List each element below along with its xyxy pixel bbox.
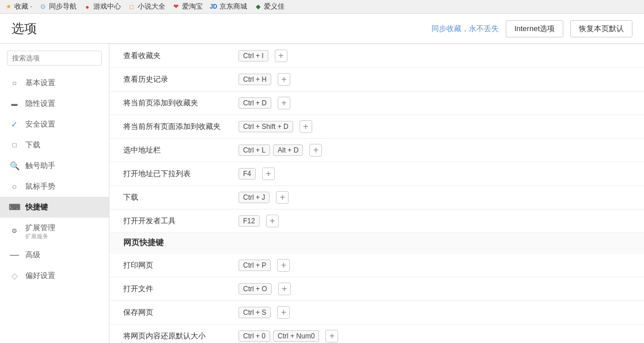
sidebar-item-label: 偏好设置 xyxy=(25,270,55,281)
sidebar-item-shortcuts[interactable]: ⌨ 快捷键 xyxy=(0,197,109,218)
shortcut-row-add-all-bookmarks: 将当前所有页面添加到收藏夹 Ctrl + Shift + D + xyxy=(109,115,644,139)
key-f4: F4 xyxy=(238,168,256,180)
shortcut-row-dropdown: 打开地址已下拉列表 F4 + xyxy=(109,162,644,186)
shortcut-keys: Ctrl + P + xyxy=(238,259,630,272)
shortcut-keys: Ctrl + D + xyxy=(238,97,630,109)
jd-icon: JD xyxy=(210,3,218,11)
shortcut-row-print: 打印网页 Ctrl + P + xyxy=(109,254,644,277)
key-ctrl-p: Ctrl + P xyxy=(238,260,271,271)
shortcut-name: 选中地址栏 xyxy=(123,145,238,155)
sidebar-item-label: 快捷键 xyxy=(25,202,48,212)
shortcut-name: 打开开发者工具 xyxy=(123,216,238,226)
shortcut-keys: Ctrl + I + xyxy=(238,49,630,62)
keyboard-icon: ⌨ xyxy=(9,202,20,212)
sidebar-item-basic[interactable]: ○ 基本设置 xyxy=(0,73,109,93)
shortcut-keys: Ctrl + H + xyxy=(238,73,630,86)
shortcut-row-history: 查看历史记录 Ctrl + H + xyxy=(109,68,644,92)
sidebar-item-preferences[interactable]: ◇ 偏好设置 xyxy=(0,265,109,286)
key-ctrl-o: Ctrl + O xyxy=(238,283,272,295)
add-shortcut-button[interactable]: + xyxy=(325,330,338,342)
bookmark-item-jd[interactable]: JD 京东商城 xyxy=(210,2,247,12)
sidebar-item-label: 下载 xyxy=(25,140,40,150)
bookmark-label: 收藏 · xyxy=(14,2,32,12)
sync-link[interactable]: 同步收藏，永不丢失 xyxy=(431,24,499,34)
header-right: 同步收藏，永不丢失 Internet选项 恢复本页默认 xyxy=(431,20,632,37)
page-title: 选项 xyxy=(12,20,37,37)
add-shortcut-button[interactable]: + xyxy=(277,306,290,319)
shortcut-keys: Ctrl + S + xyxy=(238,306,630,319)
sidebar-item-display[interactable]: ▬ 隐性设置 xyxy=(0,93,109,114)
bookmark-item-ayjia[interactable]: ◆ 爱义佳 xyxy=(254,2,285,12)
key-ctrl-l: Ctrl + L xyxy=(238,144,270,156)
search-icon: 🔍 xyxy=(9,161,20,171)
sidebar-item-extensions[interactable]: ⚙ 扩展管理 扩展服务 xyxy=(0,218,109,245)
ayjia-icon: ◆ xyxy=(254,3,262,11)
sidebar-item-security[interactable]: ✓ 安全设置 xyxy=(0,114,109,135)
bookmark-item-gamecenter[interactable]: ● 游戏中心 xyxy=(84,2,121,12)
key-ctrl-0: Ctrl + 0 xyxy=(238,330,270,342)
add-shortcut-button[interactable]: + xyxy=(278,73,290,86)
bookmark-label: 爱义佳 xyxy=(264,2,285,12)
shortcut-name: 打开文件 xyxy=(123,284,238,294)
diamond-icon: ◇ xyxy=(9,270,20,281)
key-ctrl-s: Ctrl + S xyxy=(238,307,271,318)
sidebar-item-advanced[interactable]: — 高级 xyxy=(0,245,109,265)
add-shortcut-button[interactable]: + xyxy=(277,259,290,272)
bookmark-label: 小说大全 xyxy=(138,2,165,12)
shortcut-name: 下载 xyxy=(123,192,238,203)
bookmark-item-taobao[interactable]: ❤ 爱淘宝 xyxy=(172,2,203,12)
bookmark-bar: ★ 收藏 · ⊙ 同步导航 ● 游戏中心 □ 小说大全 ❤ 爱淘宝 JD 京东商… xyxy=(0,0,644,14)
mouse-icon: ○ xyxy=(9,181,20,192)
key-ctrl-d: Ctrl + D xyxy=(238,97,271,109)
sidebar-item-label: 鼠标手势 xyxy=(25,181,55,192)
bookmark-item-syncnav[interactable]: ⊙ 同步导航 xyxy=(39,2,77,12)
add-shortcut-button[interactable]: + xyxy=(266,215,279,227)
key-ctrl-shift-d: Ctrl + Shift + D xyxy=(238,121,293,132)
add-shortcut-button[interactable]: + xyxy=(262,167,275,180)
sidebar-item-download[interactable]: □ 下载 xyxy=(0,135,109,155)
bookmark-label: 京东商城 xyxy=(219,2,247,12)
add-shortcut-button[interactable]: + xyxy=(275,49,287,62)
star-icon: ★ xyxy=(5,3,13,11)
add-shortcut-button[interactable]: + xyxy=(278,97,290,109)
extension-icon: ⚙ xyxy=(9,226,20,237)
search-input[interactable] xyxy=(7,51,102,66)
shortcut-keys: F12 + xyxy=(238,215,630,227)
key-ctrl-num0: Ctrl + Num0 xyxy=(273,330,319,342)
shortcut-row-devtools: 打开开发者工具 F12 + xyxy=(109,209,644,233)
shortcut-keys: Ctrl + L Alt + D + xyxy=(238,144,630,157)
key-ctrl: Ctrl + I xyxy=(238,50,268,62)
key-alt-d: Alt + D xyxy=(273,144,303,156)
internet-options-button[interactable]: Internet选项 xyxy=(506,20,563,37)
sidebar-item-account[interactable]: 🔍 触号助手 xyxy=(0,155,109,176)
shortcut-name: 打印网页 xyxy=(123,260,238,270)
novel-icon: □ xyxy=(128,3,136,11)
shortcut-keys: F4 + xyxy=(238,167,630,180)
sidebar-item-label: 高级 xyxy=(25,250,40,260)
taobao-icon: ❤ xyxy=(172,3,180,11)
sidebar-item-mouse[interactable]: ○ 鼠标手势 xyxy=(0,176,109,197)
key-ctrl-h: Ctrl + H xyxy=(238,74,271,85)
add-shortcut-button[interactable]: + xyxy=(309,144,322,157)
bookmark-item-favorites[interactable]: ★ 收藏 · xyxy=(5,2,32,12)
shortcut-keys: Ctrl + Shift + D + xyxy=(238,120,630,133)
restore-defaults-button[interactable]: 恢复本页默认 xyxy=(570,20,632,37)
add-shortcut-button[interactable]: + xyxy=(300,120,312,133)
shortcut-row-add-bookmark: 将当前页添加到收藏夹 Ctrl + D + xyxy=(109,92,644,115)
shortcut-row-save: 保存网页 Ctrl + S + xyxy=(109,301,644,325)
sidebar-item-label: 基本设置 xyxy=(25,78,55,88)
shortcut-row-reset-zoom: 将网页内容还原默认大小 Ctrl + 0 Ctrl + Num0 + xyxy=(109,325,644,343)
shortcut-name: 将当前所有页面添加到收藏夹 xyxy=(123,121,238,132)
shortcut-row-bookmarks: 查看收藏夹 Ctrl + I + xyxy=(109,44,644,68)
advanced-icon: — xyxy=(9,250,20,260)
circle-icon: ⊙ xyxy=(39,3,47,11)
shortcut-row-open-file: 打开文件 Ctrl + O + xyxy=(109,277,644,301)
sidebar-item-label: 扩展管理 xyxy=(25,223,55,233)
shortcut-keys: Ctrl + 0 Ctrl + Num0 + xyxy=(238,330,630,342)
add-shortcut-button[interactable]: + xyxy=(276,191,289,204)
bookmark-item-novels[interactable]: □ 小说大全 xyxy=(128,2,165,12)
shortcut-name: 查看历史记录 xyxy=(123,74,238,85)
sidebar-item-label: 隐性设置 xyxy=(25,98,55,109)
sidebar: ○ 基本设置 ▬ 隐性设置 ✓ 安全设置 □ 下载 🔍 触号助手 ○ 鼠标手势 … xyxy=(0,44,109,343)
add-shortcut-button[interactable]: + xyxy=(278,283,291,295)
